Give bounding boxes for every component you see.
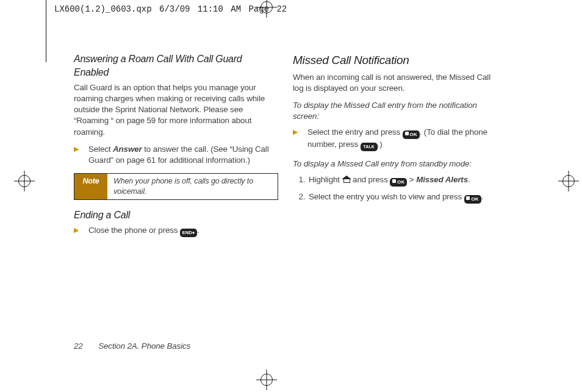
list-notification: Select the entry and press OK. (To dial … [293, 127, 497, 151]
ok-key-icon: OK [403, 130, 420, 139]
talk-key-icon: TALK [361, 143, 378, 151]
column-right: Missed Call Notification When an incomin… [293, 52, 497, 211]
text: . [197, 226, 199, 235]
text: Select the entry you wish to view and pr… [309, 192, 464, 201]
crop-mark-left [14, 171, 35, 191]
text: Select [88, 144, 113, 154]
para-roam-guard: Call Guard is an option that helps you m… [74, 82, 278, 137]
list-ending: Close the phone or press END●. [74, 225, 278, 237]
heading-roam-guard: Answering a Roam Call With Call Guard En… [74, 52, 278, 79]
page-footer: 22 Section 2A. Phone Basics [74, 341, 190, 352]
list-item: Select Answer to answer the call. (See “… [74, 144, 278, 166]
crop-mark-bottom [256, 369, 277, 390]
list-item: Highlight and press OK > Missed Alerts. [307, 174, 497, 187]
text: > [407, 175, 416, 184]
page-number: 22 [74, 341, 83, 352]
heading-ending-call: Ending a Call [74, 208, 278, 222]
para-missed-call: When an incoming call is not answered, t… [293, 72, 497, 94]
list-item: Select the entry and press OK. (To dial … [293, 127, 497, 151]
crop-mark-top [256, 0, 277, 18]
text: Highlight [309, 175, 342, 184]
text: Select the entry and press [307, 127, 403, 137]
text: and press [351, 175, 390, 184]
text: . [481, 192, 484, 201]
note-label: Note [74, 174, 107, 199]
list-item: Select the entry you wish to view and pr… [307, 191, 497, 204]
manual-page: LX600(1.2)_0603.qxp 6/3/09 11:10 AM Page… [0, 0, 582, 392]
end-key-icon: END● [180, 229, 197, 237]
ok-key-icon: OK [464, 195, 481, 204]
instruction-standby: To display a Missed Call entry from stan… [293, 159, 497, 169]
keyword-missed-alerts: Missed Alerts [416, 175, 468, 184]
section-label: Section 2A. Phone Basics [98, 341, 190, 351]
heading-missed-call: Missed Call Notification [293, 52, 497, 68]
text: Close the phone or press [88, 226, 180, 235]
keyword-answer: Answer [113, 144, 142, 154]
note-box: Note When your phone is off, calls go di… [74, 173, 278, 200]
text: . [468, 175, 470, 184]
list-standby: Highlight and press OK > Missed Alerts. … [293, 174, 497, 204]
text: .) [378, 140, 383, 149]
home-icon [342, 176, 351, 183]
note-text: When your phone is off, calls go directl… [107, 174, 278, 199]
crop-mark-right [558, 171, 579, 191]
column-left: Answering a Roam Call With Call Guard En… [74, 52, 278, 244]
margin-rule [46, 0, 46, 62]
print-slug: LX600(1.2)_0603.qxp 6/3/09 11:10 AM Page… [54, 4, 287, 15]
list-item: Close the phone or press END●. [74, 225, 278, 237]
list-answer: Select Answer to answer the call. (See “… [74, 144, 278, 166]
instruction-notification: To display the Missed Call entry from th… [293, 100, 497, 122]
ok-key-icon: OK [390, 178, 407, 187]
